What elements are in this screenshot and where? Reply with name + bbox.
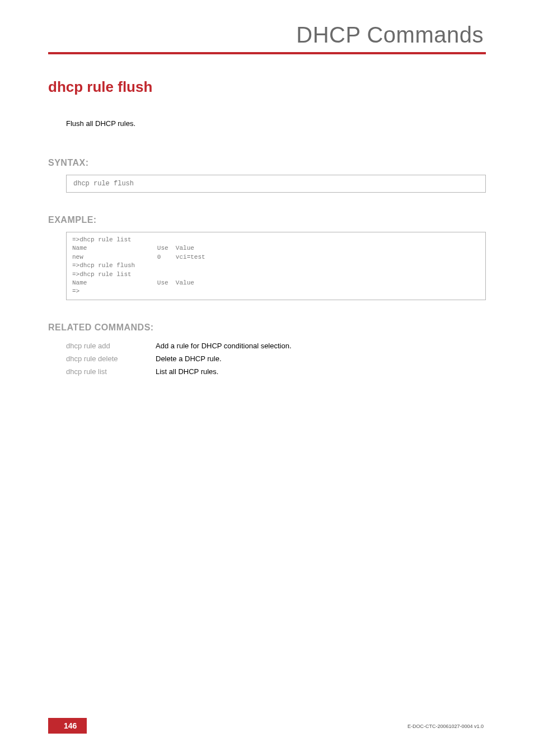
syntax-box: dhcp rule flush bbox=[66, 175, 486, 193]
related-cmd: dhcp rule add bbox=[66, 342, 156, 350]
syntax-heading: SYNTAX: bbox=[48, 158, 486, 168]
related-cmd: dhcp rule delete bbox=[66, 354, 156, 363]
example-box: =>dhcp rule list Name Use Value new 0 vc… bbox=[66, 232, 486, 300]
related-heading: RELATED COMMANDS: bbox=[48, 323, 486, 333]
related-row: dhcp rule delete Delete a DHCP rule. bbox=[66, 352, 486, 365]
header-bar: DHCP Commands bbox=[0, 22, 534, 54]
related-cmd: dhcp rule list bbox=[66, 367, 156, 376]
command-title: dhcp rule flush bbox=[48, 78, 486, 96]
page: DHCP Commands dhcp rule flush Flush all … bbox=[0, 0, 534, 756]
example-heading: EXAMPLE: bbox=[48, 215, 486, 225]
footer-left: 146 bbox=[48, 718, 87, 734]
page-header-title: DHCP Commands bbox=[0, 22, 534, 48]
related-row: dhcp rule list List all DHCP rules. bbox=[66, 365, 486, 378]
related-row: dhcp rule add Add a rule for DHCP condit… bbox=[66, 339, 486, 352]
content: dhcp rule flush Flush all DHCP rules. SY… bbox=[48, 78, 486, 378]
related-desc: List all DHCP rules. bbox=[156, 367, 218, 376]
related-table: dhcp rule add Add a rule for DHCP condit… bbox=[66, 339, 486, 378]
related-desc: Add a rule for DHCP conditional selectio… bbox=[156, 342, 292, 350]
footer-doc-id: E-DOC-CTC-20061027-0004 v1.0 bbox=[407, 724, 484, 729]
page-number-badge: 146 bbox=[48, 718, 87, 734]
command-description: Flush all DHCP rules. bbox=[66, 119, 486, 128]
related-desc: Delete a DHCP rule. bbox=[156, 354, 222, 363]
header-rule bbox=[48, 52, 486, 54]
